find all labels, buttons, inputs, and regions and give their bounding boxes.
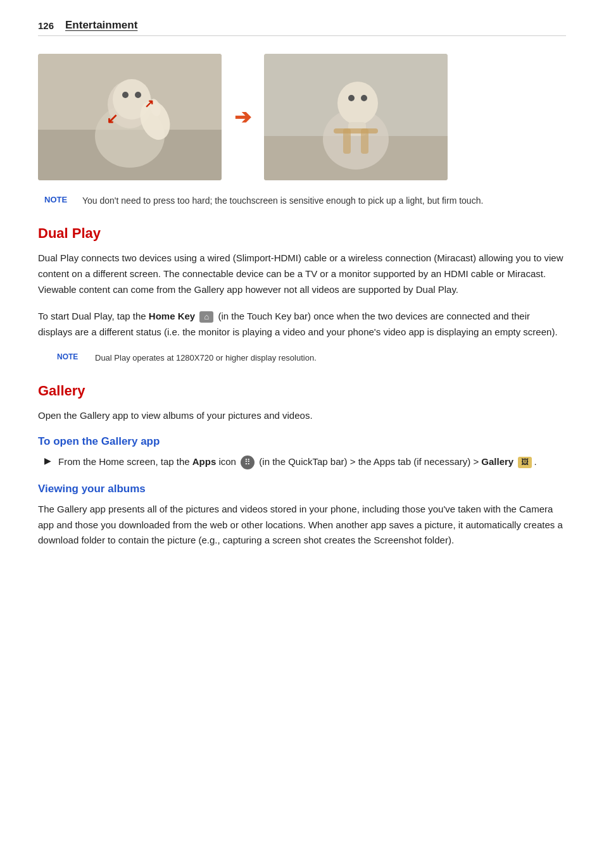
toy-image-right [264, 54, 448, 180]
apps-circle-icon [241, 456, 255, 469]
bullet-text-1: From the Home screen, tap the Apps icon … [58, 454, 537, 470]
svg-point-14 [337, 82, 378, 125]
gallery-section: Gallery Open the Gallery app to view alb… [38, 383, 566, 549]
bullet-item-1: ▶ From the Home screen, tap the Apps ico… [38, 454, 566, 470]
svg-point-17 [361, 95, 367, 101]
page-number: 126 [38, 20, 54, 31]
gallery-app-icon [518, 457, 532, 468]
viewing-subtitle: Viewing your albums [38, 483, 566, 495]
dual-play-title: Dual Play [38, 225, 566, 242]
viewing-body: The Gallery app presents all of the pict… [38, 502, 566, 549]
dual-play-body1: Dual Play connects two devices using a w… [38, 251, 566, 297]
note-block-1: NOTE You don't need to press too hard; t… [38, 194, 566, 208]
note-label-2: NOTE [57, 352, 86, 361]
svg-point-6 [135, 92, 141, 98]
gallery-title: Gallery [38, 383, 566, 399]
home-key-icon [199, 311, 213, 323]
right-arrow-icon: ➔ [234, 105, 251, 129]
svg-rect-19 [343, 128, 351, 154]
note-text-1: You don't need to press too hard; the to… [82, 194, 483, 208]
svg-point-16 [348, 95, 355, 101]
image-row: ↙ ↗ ➔ [38, 54, 566, 180]
apps-bold: Apps [192, 456, 217, 467]
svg-text:↗: ↗ [144, 97, 154, 110]
note-block-2: NOTE Dual Play operates at 1280X720 or h… [38, 352, 566, 364]
page-title: Entertainment [65, 19, 137, 32]
note-text-2: Dual Play operates at 1280X720 or higher… [95, 352, 317, 364]
svg-rect-18 [334, 128, 378, 133]
open-gallery-subtitle: To open the Gallery app [38, 435, 566, 448]
gallery-body: Open the Gallery app to view albums of y… [38, 408, 566, 424]
svg-point-5 [122, 92, 129, 98]
dual-play-section: Dual Play Dual Play connects two devices… [38, 225, 566, 364]
page-header: 126 Entertainment [38, 19, 566, 36]
note-label-1: NOTE [44, 194, 73, 204]
homekey-bold: Home Key [149, 311, 195, 321]
toy-image-left: ↙ ↗ [38, 54, 222, 180]
bullet-arrow-icon: ▶ [44, 456, 53, 466]
dual-play-body2: To start Dual Play, tap the Home Key (in… [38, 309, 566, 340]
gallery-bold: Gallery [481, 456, 513, 467]
svg-text:↙: ↙ [106, 111, 118, 127]
svg-rect-20 [361, 128, 368, 154]
